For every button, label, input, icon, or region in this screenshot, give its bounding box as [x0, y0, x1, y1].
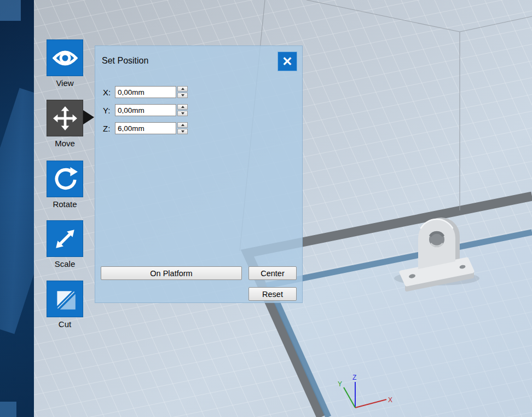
- y-spinner: [177, 104, 188, 116]
- tool-cut: Cut: [47, 281, 83, 329]
- cut-button[interactable]: [47, 281, 83, 317]
- x-field-row: X:: [103, 85, 188, 99]
- rotate-icon: [53, 167, 78, 192]
- x-input[interactable]: [115, 86, 176, 98]
- x-label: X:: [103, 88, 115, 97]
- z-spinner: [177, 122, 188, 134]
- close-icon: ✕: [282, 54, 292, 69]
- z-label: Z:: [103, 124, 115, 133]
- view-label: View: [47, 78, 83, 88]
- z-field-row: Z:: [103, 122, 188, 135]
- set-position-panel: Set Position ✕ X: Y: Z: On Platform Cent…: [95, 45, 303, 303]
- eye-icon: [53, 48, 78, 68]
- scale-button[interactable]: [47, 220, 83, 257]
- x-spinner: [177, 86, 188, 98]
- cut-icon: [53, 287, 78, 312]
- panel-title: Set Position: [102, 56, 148, 66]
- y-label: Y:: [103, 106, 115, 115]
- tool-view: View: [47, 39, 83, 88]
- y-input[interactable]: [115, 104, 176, 116]
- desktop-highlight-bottom: [0, 402, 16, 417]
- scale-label: Scale: [47, 259, 83, 269]
- z-input[interactable]: [115, 122, 176, 134]
- cut-label: Cut: [47, 319, 83, 329]
- up-arrow-icon: [181, 106, 184, 108]
- y-field-row: Y:: [103, 104, 188, 117]
- rotate-label: Rotate: [47, 199, 83, 209]
- desktop-light-streak: [0, 88, 34, 334]
- desktop-background-strip: [0, 0, 34, 417]
- tool-scale: Scale: [47, 220, 83, 269]
- on-platform-button[interactable]: On Platform: [101, 266, 242, 280]
- x-spin-down[interactable]: [177, 93, 188, 98]
- x-spin-up[interactable]: [177, 86, 188, 92]
- close-button[interactable]: ✕: [277, 52, 297, 71]
- axis-x-label: X: [388, 396, 392, 404]
- rotate-button[interactable]: [47, 161, 83, 197]
- down-arrow-icon: [181, 94, 184, 96]
- view-button[interactable]: [47, 39, 83, 76]
- axis-y-label: Y: [338, 380, 342, 388]
- tool-sidebar: View Move: [47, 39, 96, 368]
- z-spin-down[interactable]: [177, 129, 188, 134]
- move-button[interactable]: [47, 100, 83, 136]
- y-spin-up[interactable]: [177, 104, 188, 110]
- up-arrow-icon: [181, 124, 184, 126]
- desktop-highlight-top: [0, 0, 21, 21]
- y-spin-down[interactable]: [177, 111, 188, 116]
- tool-move: Move: [47, 100, 83, 148]
- up-arrow-icon: [181, 88, 184, 90]
- move-icon: [53, 106, 78, 131]
- scale-icon: [53, 226, 78, 252]
- z-spin-up[interactable]: [177, 122, 188, 128]
- tool-rotate: Rotate: [47, 161, 83, 209]
- center-button[interactable]: Center: [248, 266, 297, 280]
- reset-button[interactable]: Reset: [248, 287, 297, 301]
- axis-z-label: Z: [352, 374, 356, 381]
- down-arrow-icon: [181, 112, 184, 115]
- active-tool-pointer: [83, 110, 94, 124]
- move-label: Move: [47, 139, 83, 148]
- down-arrow-icon: [181, 130, 184, 133]
